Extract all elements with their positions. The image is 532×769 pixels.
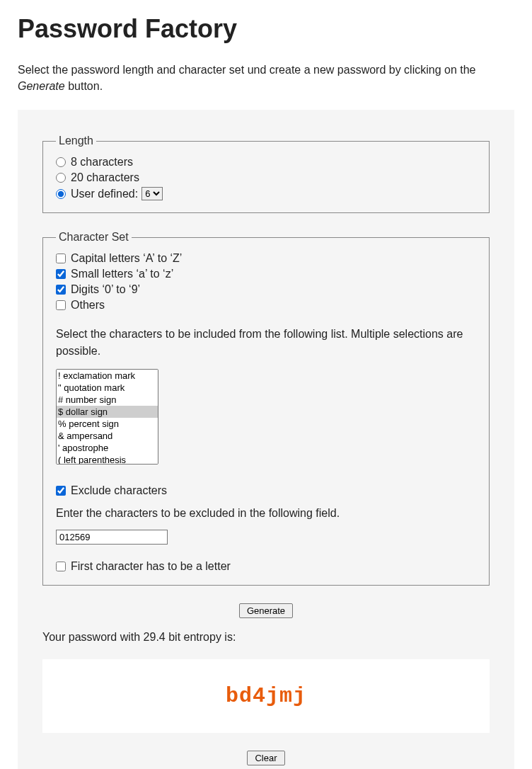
intro-em: Generate	[18, 80, 65, 92]
charset-list-item[interactable]: " quotation mark	[57, 382, 158, 394]
charset-label-digits: Digits ‘0’ to ‘9’	[71, 283, 140, 296]
length-radio-8[interactable]	[56, 157, 66, 167]
intro-text: Select the password length and character…	[18, 62, 514, 94]
charset-checkbox-small[interactable]	[56, 269, 66, 279]
generate-button[interactable]: Generate	[239, 603, 293, 618]
charset-list-item[interactable]: % percent sign	[57, 418, 158, 430]
exclude-option[interactable]: Exclude characters	[56, 483, 476, 499]
charset-list-item[interactable]: $ dollar sign	[57, 406, 158, 418]
charset-fieldset: Character Set Capital letters ‘A’ to ‘Z’…	[42, 231, 490, 585]
length-label-20: 20 characters	[71, 171, 139, 184]
length-user-select[interactable]: 6	[141, 187, 163, 200]
charset-option-small[interactable]: Small letters ‘a’ to ‘z’	[56, 266, 476, 282]
length-radio-20[interactable]	[56, 173, 66, 183]
intro-pre: Select the password length and character…	[18, 64, 475, 76]
charset-label-capital: Capital letters ‘A’ to ‘Z’	[71, 252, 182, 265]
charset-list-item[interactable]: ! exclamation mark	[57, 370, 158, 382]
page-title: Password Factory	[18, 14, 514, 44]
charset-list-item[interactable]: ( left parenthesis	[57, 454, 158, 465]
result-label: Your password with 29.4 bit entropy is:	[42, 631, 490, 644]
charset-legend: Character Set	[56, 231, 132, 244]
first-letter-option[interactable]: First character has to be a letter	[56, 559, 476, 574]
result-box: bd4jmj	[42, 659, 490, 733]
length-option-8[interactable]: 8 characters	[56, 154, 476, 170]
first-letter-label: First character has to be a letter	[71, 560, 231, 573]
exclude-input[interactable]	[56, 530, 168, 545]
charset-option-digits[interactable]: Digits ‘0’ to ‘9’	[56, 282, 476, 297]
length-legend: Length	[56, 135, 96, 147]
charset-label-others: Others	[71, 299, 105, 312]
first-letter-checkbox[interactable]	[56, 562, 66, 571]
exclude-help-text: Enter the characters to be excluded in t…	[56, 507, 476, 520]
length-option-user[interactable]: User defined: 6	[56, 186, 476, 202]
charset-checkbox-capital[interactable]	[56, 254, 66, 263]
result-password: bd4jmj	[226, 684, 306, 708]
clear-button[interactable]: Clear	[247, 751, 284, 765]
charset-list-item[interactable]: # number sign	[57, 394, 158, 406]
charset-checkbox-digits[interactable]	[56, 285, 66, 295]
charset-option-others[interactable]: Others	[56, 297, 476, 313]
charset-option-capital[interactable]: Capital letters ‘A’ to ‘Z’	[56, 251, 476, 266]
charset-checkbox-others[interactable]	[56, 300, 66, 310]
charset-list-item[interactable]: & ampersand	[57, 430, 158, 442]
charset-label-small: Small letters ‘a’ to ‘z’	[71, 268, 173, 280]
exclude-label: Exclude characters	[71, 484, 167, 497]
intro-post: button.	[65, 80, 103, 92]
charset-list-item[interactable]: ' apostrophe	[57, 442, 158, 454]
form-panel: Length 8 characters 20 characters User d…	[18, 110, 514, 769]
charset-help-text: Select the characters to be included fro…	[56, 326, 476, 358]
charset-select-list[interactable]: ! exclamation mark" quotation mark# numb…	[56, 369, 158, 465]
length-label-8: 8 characters	[71, 156, 133, 169]
length-fieldset: Length 8 characters 20 characters User d…	[42, 135, 490, 213]
length-radio-user[interactable]	[56, 189, 66, 199]
length-option-20[interactable]: 20 characters	[56, 170, 476, 186]
length-label-user: User defined:	[71, 188, 138, 200]
exclude-checkbox[interactable]	[56, 486, 66, 496]
